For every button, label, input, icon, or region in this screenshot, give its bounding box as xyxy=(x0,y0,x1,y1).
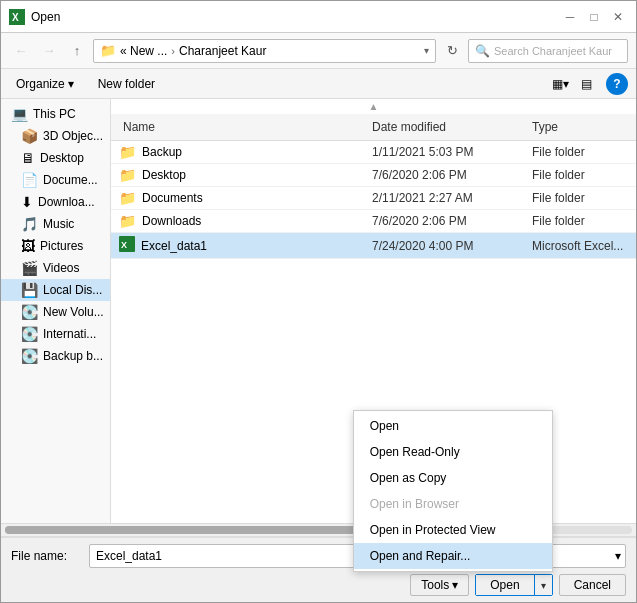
table-row[interactable]: 📁 Documents 2/11/2021 2:27 AM File folde… xyxy=(111,187,636,210)
sidebar: 💻 This PC 📦 3D Objec... 🖥 Desktop 📄 Docu… xyxy=(1,99,111,523)
breadcrumb-path2: Charanjeet Kaur xyxy=(179,44,266,58)
open-button-wrapper: Open ▾ Open Open Read-Only Open as Copy … xyxy=(475,574,552,596)
organize-chevron-icon: ▾ xyxy=(68,77,74,91)
up-button[interactable]: ↑ xyxy=(65,39,89,63)
folder-icon: 📁 xyxy=(119,167,136,183)
open-dropdown-button[interactable]: ▾ xyxy=(535,575,552,595)
filetype-chevron-icon: ▾ xyxy=(615,549,621,563)
toolbar: Organize ▾ New folder ▦ ▾ ▤ ? xyxy=(1,69,636,99)
music-icon: 🎵 xyxy=(21,216,38,232)
sidebar-label-desktop: Desktop xyxy=(40,151,84,165)
file-modified: 2/11/2021 2:27 AM xyxy=(368,191,528,205)
sort-indicator: ▲ xyxy=(369,101,379,112)
file-modified: 7/6/2020 2:06 PM xyxy=(368,214,528,228)
tools-label: Tools xyxy=(421,578,449,592)
folder-icon: 📁 xyxy=(119,190,136,206)
sidebar-item-3d-objects[interactable]: 📦 3D Objec... xyxy=(1,125,110,147)
dropdown-item-open-and-repair[interactable]: Open and Repair... xyxy=(354,543,552,569)
breadcrumb[interactable]: 📁 « New ... › Charanjeet Kaur ▾ xyxy=(93,39,436,63)
dropdown-item-open-as-copy[interactable]: Open as Copy xyxy=(354,465,552,491)
view-icon: ▦ xyxy=(552,77,563,91)
breadcrumb-folder-icon: 📁 xyxy=(100,43,116,58)
breadcrumb-chevron-icon[interactable]: ▾ xyxy=(424,45,429,56)
sidebar-item-desktop[interactable]: 🖥 Desktop xyxy=(1,147,110,169)
tools-button[interactable]: Tools ▾ xyxy=(410,574,469,596)
svg-text:X: X xyxy=(121,240,127,250)
nav-bar: ← → ↑ 📁 « New ... › Charanjeet Kaur ▾ ↻ … xyxy=(1,33,636,69)
new-volume-icon: 💽 xyxy=(21,304,38,320)
col-header-name[interactable]: Name xyxy=(119,118,368,136)
sidebar-label-new-volume: New Volu... xyxy=(43,305,104,319)
downloads-icon: ⬇ xyxy=(21,194,33,210)
sidebar-label-internati: Internati... xyxy=(43,327,96,341)
file-name: Documents xyxy=(142,191,203,205)
minimize-button[interactable]: ─ xyxy=(560,7,580,27)
sidebar-item-internati[interactable]: 💽 Internati... xyxy=(1,323,110,345)
col-header-modified[interactable]: Date modified xyxy=(368,118,528,136)
table-row[interactable]: 📁 Desktop 7/6/2020 2:06 PM File folder xyxy=(111,164,636,187)
sidebar-label-3d-objects: 3D Objec... xyxy=(43,129,103,143)
search-bar[interactable]: 🔍 Search Charanjeet Kaur xyxy=(468,39,628,63)
sidebar-item-music[interactable]: 🎵 Music xyxy=(1,213,110,235)
new-folder-button[interactable]: New folder xyxy=(89,74,164,94)
tools-chevron-icon: ▾ xyxy=(452,578,458,592)
search-icon: 🔍 xyxy=(475,44,490,58)
table-row[interactable]: 📁 Backup 1/11/2021 5:03 PM File folder xyxy=(111,141,636,164)
file-type: File folder xyxy=(528,168,628,182)
documents-icon: 📄 xyxy=(21,172,38,188)
view-buttons: ▦ ▾ ▤ xyxy=(548,73,598,95)
file-type: Microsoft Excel... xyxy=(528,239,628,253)
open-main-button[interactable]: Open xyxy=(476,575,534,595)
file-name: Backup xyxy=(142,145,182,159)
bottom-controls: File name: All Excel Files ▾ Tools ▾ Ope… xyxy=(1,537,636,602)
search-placeholder: Search Charanjeet Kaur xyxy=(494,45,612,57)
filename-label: File name: xyxy=(11,549,81,563)
breadcrumb-sep1: › xyxy=(171,45,175,57)
view-mode-button[interactable]: ▦ ▾ xyxy=(548,73,572,95)
refresh-button[interactable]: ↻ xyxy=(440,39,464,63)
svg-text:X: X xyxy=(12,12,19,23)
internati-icon: 💽 xyxy=(21,326,38,342)
sidebar-item-videos[interactable]: 🎬 Videos xyxy=(1,257,110,279)
dropdown-item-open[interactable]: Open xyxy=(354,413,552,439)
table-row[interactable]: X Excel_data1 7/24/2020 4:00 PM Microsof… xyxy=(111,233,636,259)
table-row[interactable]: 📁 Downloads 7/6/2020 2:06 PM File folder xyxy=(111,210,636,233)
sidebar-item-backup[interactable]: 💽 Backup b... xyxy=(1,345,110,367)
forward-button[interactable]: → xyxy=(37,39,61,63)
videos-icon: 🎬 xyxy=(21,260,38,276)
cancel-button[interactable]: Cancel xyxy=(559,574,626,596)
sidebar-label-music: Music xyxy=(43,217,74,231)
dialog-title: Open xyxy=(31,10,560,24)
dropdown-item-open-readonly[interactable]: Open Read-Only xyxy=(354,439,552,465)
folder-icon: 📁 xyxy=(119,144,136,160)
folder-icon: 📁 xyxy=(119,213,136,229)
file-list-header: Name Date modified Type xyxy=(111,114,636,141)
close-button[interactable]: ✕ xyxy=(608,7,628,27)
breadcrumb-path1: « New ... xyxy=(120,44,167,58)
help-button[interactable]: ? xyxy=(606,73,628,95)
desktop-icon: 🖥 xyxy=(21,150,35,166)
sidebar-item-new-volume[interactable]: 💽 New Volu... xyxy=(1,301,110,323)
sidebar-item-this-pc[interactable]: 💻 This PC xyxy=(1,103,110,125)
file-name: Downloads xyxy=(142,214,201,228)
3d-objects-icon: 📦 xyxy=(21,128,38,144)
col-header-type[interactable]: Type xyxy=(528,118,628,136)
file-type: File folder xyxy=(528,214,628,228)
dropdown-item-open-in-protected[interactable]: Open in Protected View xyxy=(354,517,552,543)
file-modified: 7/24/2020 4:00 PM xyxy=(368,239,528,253)
organize-button[interactable]: Organize ▾ xyxy=(9,74,81,94)
maximize-button[interactable]: □ xyxy=(584,7,604,27)
sidebar-item-local-disk[interactable]: 💾 Local Dis... xyxy=(1,279,110,301)
sidebar-item-downloads[interactable]: ⬇ Downloa... xyxy=(1,191,110,213)
file-modified: 7/6/2020 2:06 PM xyxy=(368,168,528,182)
view-chevron-icon: ▾ xyxy=(563,77,569,91)
file-name: Desktop xyxy=(142,168,186,182)
back-button[interactable]: ← xyxy=(9,39,33,63)
sidebar-label-local-disk: Local Dis... xyxy=(43,283,102,297)
excel-icon: X xyxy=(119,236,135,255)
sidebar-label-downloads: Downloa... xyxy=(38,195,95,209)
sidebar-item-documents[interactable]: 📄 Docume... xyxy=(1,169,110,191)
file-type: File folder xyxy=(528,191,628,205)
list-view-button[interactable]: ▤ xyxy=(574,73,598,95)
sidebar-item-pictures[interactable]: 🖼 Pictures xyxy=(1,235,110,257)
